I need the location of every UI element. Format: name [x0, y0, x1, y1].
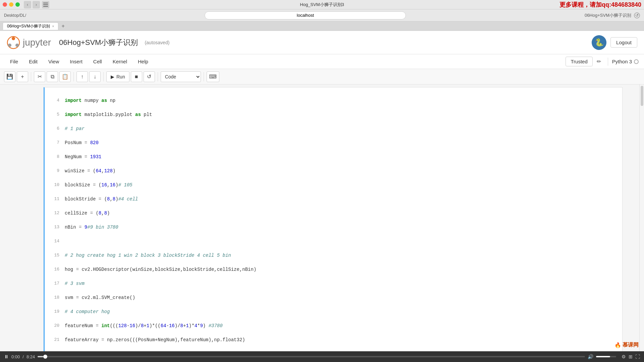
- svg-rect-2: [43, 6, 48, 7]
- keyboard-shortcuts-button[interactable]: ⌨: [207, 71, 219, 82]
- window-title: Hog_SVM小狮子识别3: [300, 2, 344, 8]
- code-line-9: 9winSize = (64,128): [49, 168, 618, 175]
- stop-button[interactable]: ■: [131, 71, 142, 82]
- play-pause-button[interactable]: ⏸: [4, 354, 9, 359]
- run-icon: ▶: [111, 74, 114, 79]
- move-up-button[interactable]: ↑: [76, 71, 88, 82]
- menu-view[interactable]: View: [44, 57, 64, 66]
- move-down-button[interactable]: ↓: [89, 71, 101, 82]
- ad-banner: 更多课程，请加qq:484683840: [559, 1, 641, 9]
- watermark-text: 慕课网: [623, 342, 639, 349]
- code-line-18: 18svm = cv2.ml.SVM_create(): [49, 294, 618, 301]
- active-tab[interactable]: 06Hog+SVM小狮子识别 ×: [3, 22, 58, 30]
- cell-1-body[interactable]: 4import numpy as np 5import matplotlib.p…: [44, 87, 623, 351]
- notebook-area: 4import numpy as np 5import matplotlib.p…: [13, 84, 639, 351]
- restart-button[interactable]: ↺: [144, 71, 155, 82]
- tab-close-button[interactable]: ×: [52, 24, 54, 28]
- volume-button[interactable]: 🔊: [588, 354, 593, 359]
- toolbar-separator-4: [158, 72, 158, 81]
- menu-bar: File Edit View Insert Cell Kernel Help T…: [0, 54, 644, 69]
- run-button[interactable]: ▶ Run: [106, 71, 129, 82]
- menu-insert[interactable]: Insert: [65, 57, 87, 66]
- python-icon: 🐍: [592, 35, 606, 50]
- url-input[interactable]: [205, 11, 406, 19]
- left-gutter: [0, 84, 13, 351]
- toolbar-separator-3: [103, 72, 104, 81]
- copy-button[interactable]: ⧉: [47, 71, 58, 82]
- progress-bar[interactable]: [38, 356, 585, 357]
- sidebar-toggle-button[interactable]: [42, 1, 49, 8]
- close-button[interactable]: [3, 2, 7, 7]
- menu-cell[interactable]: Cell: [89, 57, 107, 66]
- kernel-label: Python 3: [612, 59, 632, 64]
- kernel-status-circle: [634, 59, 639, 64]
- svg-point-5: [8, 44, 11, 47]
- save-button[interactable]: 💾: [4, 71, 15, 82]
- svg-rect-1: [43, 4, 48, 5]
- logout-button[interactable]: Logout: [610, 37, 637, 48]
- scrollbar-thumb[interactable]: [641, 86, 643, 106]
- progress-bar-fill: [38, 356, 43, 357]
- title-bar: ‹ › Hog_SVM小狮子识别3 更多课程，请加qq:484683840: [0, 0, 644, 9]
- cell-type-select[interactable]: Code Markdown Raw NBConvert: [161, 71, 201, 82]
- menu-edit[interactable]: Edit: [24, 57, 42, 66]
- jupyter-logo-icon: [7, 36, 20, 49]
- main-content: 4import numpy as np 5import matplotlib.p…: [0, 84, 644, 351]
- jupyter-logo: jupyter: [7, 36, 51, 49]
- code-line-16: 16hog = cv2.HOGDescriptor(winSize,blockS…: [49, 266, 618, 273]
- caption-icon[interactable]: ⊞: [629, 354, 633, 359]
- cut-button[interactable]: ✂: [34, 71, 45, 82]
- autosaved-indicator: (autosaved): [145, 40, 169, 45]
- code-line-6: 6# 1 par: [49, 125, 618, 132]
- code-line-10: 10blockSize = (16,16)# 105: [49, 182, 618, 189]
- watermark: 🔥 慕课网: [614, 342, 639, 349]
- volume-fill: [596, 356, 610, 357]
- cell-1-code[interactable]: 4import numpy as np 5import matplotlib.p…: [45, 87, 622, 351]
- bottom-right-controls: ⚙ ⊞ ⛶: [622, 354, 640, 359]
- run-label: Run: [116, 74, 125, 79]
- progress-dot: [43, 355, 47, 359]
- kernel-info: Python 3: [612, 59, 639, 64]
- maximize-button[interactable]: [15, 2, 20, 7]
- jupyter-header: jupyter 06Hog+SVM小狮子识别 (autosaved) 🐍 Log…: [0, 31, 644, 54]
- trusted-button[interactable]: Trusted: [566, 57, 592, 66]
- minimize-button[interactable]: [9, 2, 13, 7]
- breadcrumb: Desktop/DL/: [4, 13, 26, 18]
- svg-point-4: [12, 37, 15, 40]
- code-line-4: 4import numpy as np: [49, 97, 618, 104]
- back-button[interactable]: ‹: [24, 1, 31, 8]
- code-line-5: 5import matplotlib.pyplot as plt: [49, 111, 618, 118]
- reload-button[interactable]: ↺: [634, 12, 640, 18]
- code-line-20: 20featureNum = int(((128-16)/8+1)*((64-1…: [49, 322, 618, 329]
- tab-label: 06Hog+SVM小狮子识别: [585, 12, 631, 18]
- code-line-8: 8NegNum = 1931: [49, 154, 618, 161]
- code-line-7: 7PosNum = 820: [49, 139, 618, 146]
- menu-help[interactable]: Help: [133, 57, 153, 66]
- code-line-14: 14: [49, 238, 618, 245]
- new-tab-button[interactable]: +: [60, 23, 66, 29]
- menu-kernel[interactable]: Kernel: [108, 57, 132, 66]
- forward-button[interactable]: ›: [33, 1, 40, 8]
- svg-rect-0: [43, 3, 48, 3]
- volume-slider[interactable]: [596, 356, 616, 357]
- scrollbar[interactable]: [639, 84, 644, 351]
- fullscreen-icon[interactable]: ⛶: [635, 354, 640, 359]
- tab-bar: 06Hog+SVM小狮子识别 × +: [0, 21, 644, 31]
- jupyter-text: jupyter: [23, 37, 51, 48]
- paste-button[interactable]: 📋: [59, 71, 71, 82]
- notebook-title[interactable]: 06Hog+SVM小狮子识别: [59, 38, 138, 48]
- svg-point-6: [15, 44, 19, 47]
- menu-file[interactable]: File: [5, 57, 23, 66]
- code-line-13: 13nBin = 9#9 bin 3780: [49, 224, 618, 231]
- toolbar-separator-5: [204, 72, 204, 81]
- code-line-17: 17# 3 svm: [49, 280, 618, 287]
- url-bar: Desktop/DL/ 06Hog+SVM小狮子识别 ↺: [0, 9, 644, 21]
- cell-1[interactable]: 4import numpy as np 5import matplotlib.p…: [13, 87, 639, 351]
- bottom-bar: ⏸ 0:00 / 8:24 🔊 ⚙ ⊞ ⛶: [0, 351, 644, 362]
- code-line-19: 19# 4 computer hog: [49, 308, 618, 315]
- edit-icon-button[interactable]: ✏: [594, 57, 604, 66]
- menu-divider: [608, 58, 608, 66]
- add-cell-button[interactable]: +: [17, 71, 28, 82]
- traffic-lights[interactable]: [3, 2, 20, 7]
- settings-icon[interactable]: ⚙: [622, 354, 626, 359]
